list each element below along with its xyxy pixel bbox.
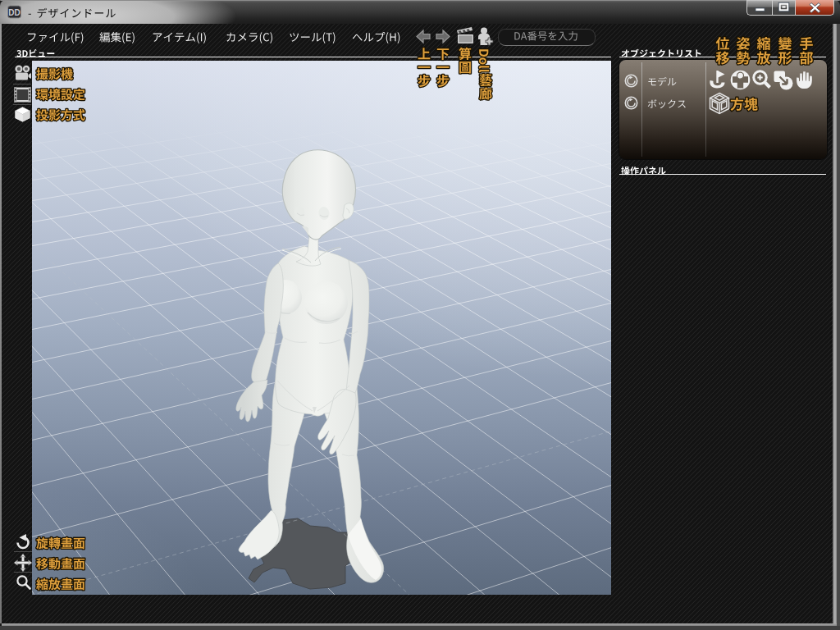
svg-text:DD: DD (8, 8, 20, 17)
